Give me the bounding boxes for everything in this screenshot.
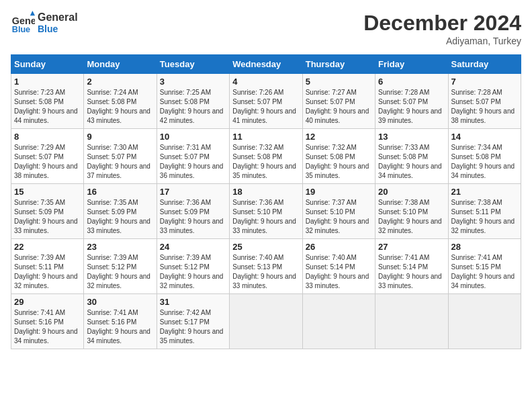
day-info: Sunrise: 7:23 AM Sunset: 5:08 PM Dayligh… <box>14 88 81 126</box>
day-number: 10 <box>160 132 226 142</box>
calendar-cell: 3Sunrise: 7:25 AM Sunset: 5:08 PM Daylig… <box>157 74 229 129</box>
calendar-cell: 16Sunrise: 7:35 AM Sunset: 5:09 PM Dayli… <box>84 184 157 239</box>
day-info: Sunrise: 7:38 AM Sunset: 5:11 PM Dayligh… <box>451 198 518 236</box>
day-info: Sunrise: 7:42 AM Sunset: 5:17 PM Dayligh… <box>160 308 226 346</box>
day-number: 17 <box>160 187 226 197</box>
day-number: 21 <box>451 187 518 197</box>
calendar-cell: 21Sunrise: 7:38 AM Sunset: 5:11 PM Dayli… <box>448 184 521 239</box>
day-info: Sunrise: 7:39 AM Sunset: 5:11 PM Dayligh… <box>14 253 81 291</box>
day-info: Sunrise: 7:41 AM Sunset: 5:15 PM Dayligh… <box>451 253 518 291</box>
weekday-header-row: SundayMondayTuesdayWednesdayThursdayFrid… <box>11 55 521 74</box>
calendar-cell: 19Sunrise: 7:37 AM Sunset: 5:10 PM Dayli… <box>302 184 375 239</box>
day-info: Sunrise: 7:40 AM Sunset: 5:14 PM Dayligh… <box>306 253 372 291</box>
day-number: 2 <box>87 77 153 87</box>
month-title: December 2024 <box>363 11 521 36</box>
weekday-header-monday: Monday <box>84 55 157 74</box>
day-info: Sunrise: 7:34 AM Sunset: 5:08 PM Dayligh… <box>451 143 518 181</box>
calendar-cell: 25Sunrise: 7:40 AM Sunset: 5:13 PM Dayli… <box>230 239 302 294</box>
day-number: 24 <box>160 242 226 252</box>
calendar-week-2: 8Sunrise: 7:29 AM Sunset: 5:07 PM Daylig… <box>11 129 521 184</box>
day-number: 18 <box>232 187 299 197</box>
day-info: Sunrise: 7:26 AM Sunset: 5:07 PM Dayligh… <box>232 88 299 126</box>
page-header: General Blue General Blue December 2024 … <box>11 11 521 46</box>
day-number: 6 <box>378 77 445 87</box>
day-info: Sunrise: 7:35 AM Sunset: 5:09 PM Dayligh… <box>14 198 81 236</box>
day-number: 31 <box>160 297 226 307</box>
calendar-cell: 30Sunrise: 7:41 AM Sunset: 5:16 PM Dayli… <box>84 294 157 349</box>
calendar-cell: 8Sunrise: 7:29 AM Sunset: 5:07 PM Daylig… <box>11 129 84 184</box>
calendar-cell: 15Sunrise: 7:35 AM Sunset: 5:09 PM Dayli… <box>11 184 84 239</box>
day-number: 16 <box>87 187 153 197</box>
calendar-cell: 17Sunrise: 7:36 AM Sunset: 5:09 PM Dayli… <box>157 184 229 239</box>
day-info: Sunrise: 7:36 AM Sunset: 5:10 PM Dayligh… <box>232 198 299 236</box>
calendar-header: SundayMondayTuesdayWednesdayThursdayFrid… <box>11 55 521 74</box>
day-info: Sunrise: 7:27 AM Sunset: 5:07 PM Dayligh… <box>306 88 372 126</box>
day-number: 29 <box>14 297 81 307</box>
day-info: Sunrise: 7:39 AM Sunset: 5:12 PM Dayligh… <box>87 253 153 291</box>
calendar-cell: 26Sunrise: 7:40 AM Sunset: 5:14 PM Dayli… <box>302 239 375 294</box>
calendar-cell: 28Sunrise: 7:41 AM Sunset: 5:15 PM Dayli… <box>448 239 521 294</box>
calendar-cell: 18Sunrise: 7:36 AM Sunset: 5:10 PM Dayli… <box>230 184 302 239</box>
day-number: 5 <box>306 77 372 87</box>
day-info: Sunrise: 7:28 AM Sunset: 5:07 PM Dayligh… <box>378 88 445 126</box>
day-info: Sunrise: 7:41 AM Sunset: 5:16 PM Dayligh… <box>87 308 153 346</box>
day-info: Sunrise: 7:41 AM Sunset: 5:16 PM Dayligh… <box>14 308 81 346</box>
calendar-cell: 1Sunrise: 7:23 AM Sunset: 5:08 PM Daylig… <box>11 74 84 129</box>
day-number: 25 <box>232 242 299 252</box>
calendar-cell <box>448 294 521 349</box>
location-subtitle: Adiyaman, Turkey <box>363 36 521 46</box>
calendar-cell <box>230 294 302 349</box>
calendar-cell: 13Sunrise: 7:33 AM Sunset: 5:08 PM Dayli… <box>375 129 448 184</box>
calendar-cell: 11Sunrise: 7:32 AM Sunset: 5:08 PM Dayli… <box>230 129 302 184</box>
day-info: Sunrise: 7:36 AM Sunset: 5:09 PM Dayligh… <box>160 198 226 236</box>
calendar-body: 1Sunrise: 7:23 AM Sunset: 5:08 PM Daylig… <box>11 74 521 349</box>
calendar-cell: 4Sunrise: 7:26 AM Sunset: 5:07 PM Daylig… <box>230 74 302 129</box>
calendar-week-3: 15Sunrise: 7:35 AM Sunset: 5:09 PM Dayli… <box>11 184 521 239</box>
day-info: Sunrise: 7:31 AM Sunset: 5:07 PM Dayligh… <box>160 143 226 181</box>
logo-icon: General Blue <box>11 11 35 35</box>
day-info: Sunrise: 7:39 AM Sunset: 5:12 PM Dayligh… <box>160 253 226 291</box>
day-number: 26 <box>306 242 372 252</box>
calendar-cell: 7Sunrise: 7:28 AM Sunset: 5:07 PM Daylig… <box>448 74 521 129</box>
day-number: 11 <box>232 132 299 142</box>
calendar-cell: 14Sunrise: 7:34 AM Sunset: 5:08 PM Dayli… <box>448 129 521 184</box>
weekday-header-tuesday: Tuesday <box>157 55 229 74</box>
day-info: Sunrise: 7:30 AM Sunset: 5:07 PM Dayligh… <box>87 143 153 181</box>
day-info: Sunrise: 7:35 AM Sunset: 5:09 PM Dayligh… <box>87 198 153 236</box>
day-number: 13 <box>378 132 445 142</box>
calendar-week-4: 22Sunrise: 7:39 AM Sunset: 5:11 PM Dayli… <box>11 239 521 294</box>
calendar-cell: 5Sunrise: 7:27 AM Sunset: 5:07 PM Daylig… <box>302 74 375 129</box>
day-number: 22 <box>14 242 81 252</box>
day-number: 30 <box>87 297 153 307</box>
day-number: 12 <box>306 132 372 142</box>
day-number: 20 <box>378 187 445 197</box>
calendar-table: SundayMondayTuesdayWednesdayThursdayFrid… <box>11 54 521 349</box>
calendar-cell: 22Sunrise: 7:39 AM Sunset: 5:11 PM Dayli… <box>11 239 84 294</box>
calendar-cell: 9Sunrise: 7:30 AM Sunset: 5:07 PM Daylig… <box>84 129 157 184</box>
calendar-cell: 20Sunrise: 7:38 AM Sunset: 5:10 PM Dayli… <box>375 184 448 239</box>
svg-text:Blue: Blue <box>12 25 30 34</box>
day-info: Sunrise: 7:32 AM Sunset: 5:08 PM Dayligh… <box>306 143 372 181</box>
day-info: Sunrise: 7:32 AM Sunset: 5:08 PM Dayligh… <box>232 143 299 181</box>
day-info: Sunrise: 7:29 AM Sunset: 5:07 PM Dayligh… <box>14 143 81 181</box>
calendar-cell: 10Sunrise: 7:31 AM Sunset: 5:07 PM Dayli… <box>157 129 229 184</box>
day-number: 9 <box>87 132 153 142</box>
day-number: 8 <box>14 132 81 142</box>
calendar-cell: 31Sunrise: 7:42 AM Sunset: 5:17 PM Dayli… <box>157 294 229 349</box>
day-info: Sunrise: 7:38 AM Sunset: 5:10 PM Dayligh… <box>378 198 445 236</box>
calendar-cell: 29Sunrise: 7:41 AM Sunset: 5:16 PM Dayli… <box>11 294 84 349</box>
calendar-cell: 23Sunrise: 7:39 AM Sunset: 5:12 PM Dayli… <box>84 239 157 294</box>
day-number: 27 <box>378 242 445 252</box>
day-number: 19 <box>306 187 372 197</box>
title-block: December 2024 Adiyaman, Turkey <box>363 11 521 46</box>
day-info: Sunrise: 7:24 AM Sunset: 5:08 PM Dayligh… <box>87 88 153 126</box>
day-number: 7 <box>451 77 518 87</box>
calendar-week-1: 1Sunrise: 7:23 AM Sunset: 5:08 PM Daylig… <box>11 74 521 129</box>
weekday-header-wednesday: Wednesday <box>230 55 302 74</box>
calendar-cell: 6Sunrise: 7:28 AM Sunset: 5:07 PM Daylig… <box>375 74 448 129</box>
logo: General Blue General Blue <box>11 11 78 35</box>
day-info: Sunrise: 7:41 AM Sunset: 5:14 PM Dayligh… <box>378 253 445 291</box>
day-info: Sunrise: 7:25 AM Sunset: 5:08 PM Dayligh… <box>160 88 226 126</box>
day-info: Sunrise: 7:40 AM Sunset: 5:13 PM Dayligh… <box>232 253 299 291</box>
weekday-header-sunday: Sunday <box>11 55 84 74</box>
